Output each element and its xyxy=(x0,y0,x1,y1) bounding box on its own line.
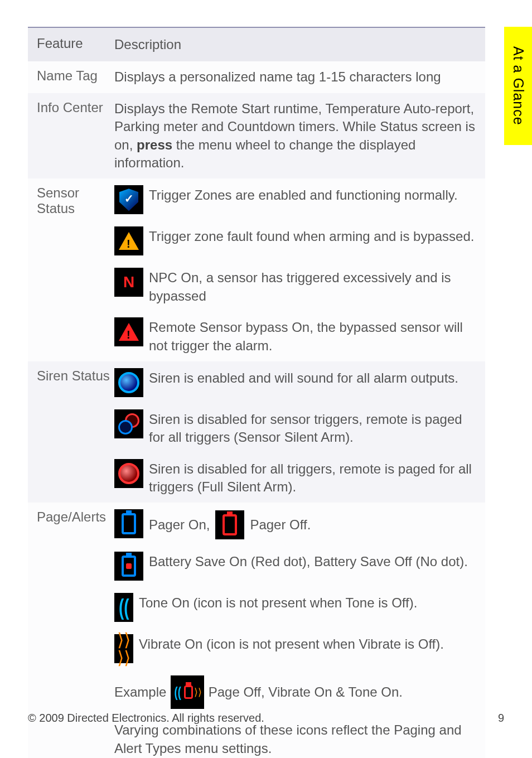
siren-full-silent-icon xyxy=(114,459,143,488)
pager-on-icon xyxy=(114,509,143,538)
tone-icon: (( xyxy=(173,678,182,707)
feature-desc: Displays a personalized name tag 1-15 ch… xyxy=(114,61,485,93)
feature-label: Info Center xyxy=(28,93,114,179)
battery-save-icon xyxy=(114,552,143,581)
vibrate-icon: ⟩⟩ xyxy=(194,678,202,707)
row-name-tag: Name Tag Displays a personalized name ta… xyxy=(28,61,485,93)
feature-desc: Displays the Remote Start runtime, Tempe… xyxy=(114,93,485,179)
npc-on-icon: N xyxy=(114,268,143,297)
copyright-text: © 2009 Directed Electronics. All rights … xyxy=(28,712,264,725)
page-footer: © 2009 Directed Electronics. All rights … xyxy=(28,712,504,725)
pager-off-icon xyxy=(184,678,193,707)
page-number: 9 xyxy=(498,712,504,725)
feature-desc: Siren is enabled and will sound for all … xyxy=(114,361,485,503)
header-feature: Feature xyxy=(28,28,114,61)
row-info-center: Info Center Displays the Remote Start ru… xyxy=(28,93,485,179)
feature-table: Feature Description Name Tag Displays a … xyxy=(28,27,485,758)
bold-text: press xyxy=(137,137,172,152)
siren-enabled-icon xyxy=(114,368,143,397)
trigger-zone-fault-icon xyxy=(114,226,143,255)
feature-label: Siren Status xyxy=(28,361,114,503)
feature-desc: Trigger Zones are enabled and functionin… xyxy=(114,178,485,361)
table-header-row: Feature Description xyxy=(28,27,485,61)
remote-sensor-bypass-icon xyxy=(114,317,143,346)
vibrate-on-icon: ⟩⟩⟩⟩ xyxy=(114,634,133,663)
tone-on-icon: (( xyxy=(114,593,133,622)
row-siren-status: Siren Status Siren is enabled and will s… xyxy=(28,361,485,503)
page-alerts-footer-text: Varying combinations of these icons refl… xyxy=(114,721,476,757)
feature-label: Sensor Status xyxy=(28,178,114,361)
example-text: Page Off, Vibrate On & Tone On. xyxy=(209,683,403,701)
row-sensor-status: Sensor Status Trigger Zones are enabled … xyxy=(28,178,485,361)
section-tab: At a Glance xyxy=(504,27,532,145)
siren-sensor-silent-icon xyxy=(114,409,143,438)
feature-label: Name Tag xyxy=(28,61,114,93)
example-combo-icon: (( ⟩⟩ xyxy=(171,675,204,709)
pager-off-icon xyxy=(215,510,244,539)
header-description: Description xyxy=(114,28,485,61)
section-tab-label: At a Glance xyxy=(510,46,526,125)
trigger-zones-enabled-icon xyxy=(114,185,143,214)
example-label: Example xyxy=(114,683,166,701)
